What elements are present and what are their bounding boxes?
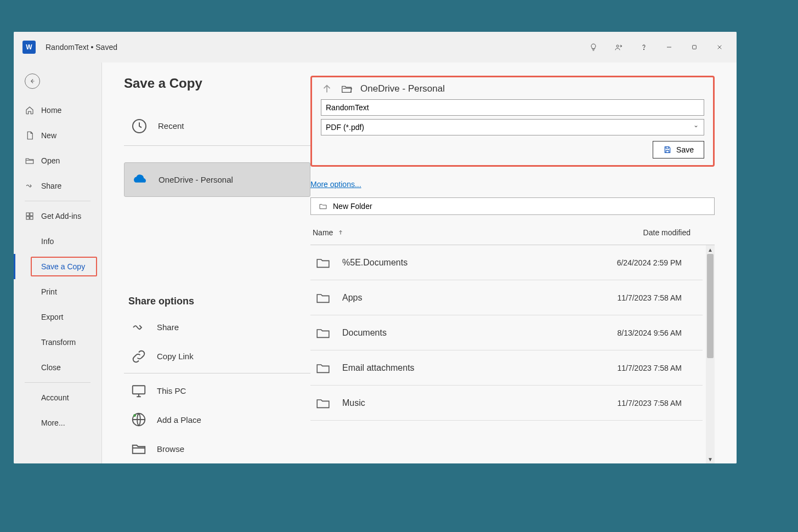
new-folder-button[interactable]: New Folder — [310, 197, 715, 215]
folder-date: 11/7/2023 7:58 AM — [617, 293, 682, 302]
titlebar: W RandomText • Saved — [14, 32, 737, 63]
backstage-sidebar: Home New Open Share Get Add-ins Info Sav… — [14, 63, 102, 463]
folder-row[interactable]: Apps11/7/2023 7:58 AM — [310, 280, 703, 315]
file-list-header: Name Date modified — [310, 228, 715, 245]
share-option-copy-link[interactable]: Copy Link — [124, 342, 310, 371]
lightbulb-icon[interactable] — [581, 36, 606, 58]
document-title: RandomText • Saved — [46, 43, 117, 52]
share-person-icon[interactable] — [606, 36, 631, 58]
location-this-pc[interactable]: This PC — [124, 376, 310, 405]
save-icon — [663, 145, 672, 154]
location-add-a-place[interactable]: Add a Place — [124, 405, 310, 434]
nav-close[interactable]: Close — [14, 355, 101, 380]
app-window: W RandomText • Saved Home New Open Share… — [14, 32, 737, 463]
filetype-select[interactable] — [321, 119, 704, 135]
more-options-link[interactable]: More options... — [310, 180, 715, 189]
nav-info[interactable]: Info — [14, 229, 101, 254]
column-name[interactable]: Name — [313, 228, 344, 237]
folder-date: 6/24/2024 2:59 PM — [617, 258, 682, 267]
scroll-up-icon[interactable]: ▲ — [706, 245, 715, 254]
folder-icon — [315, 291, 331, 304]
help-icon[interactable] — [631, 36, 656, 58]
svg-rect-11 — [133, 386, 145, 394]
content-area: Save a Copy Recent OneDrive - Personal S… — [102, 63, 737, 463]
nav-home[interactable]: Home — [14, 98, 101, 123]
folder-icon — [315, 326, 331, 339]
svg-rect-9 — [30, 217, 33, 219]
location-onedrive-personal[interactable]: OneDrive - Personal — [124, 162, 310, 197]
folder-icon — [319, 202, 327, 210]
filename-input[interactable] — [321, 99, 704, 116]
folder-date: 11/7/2023 7:58 AM — [617, 399, 682, 408]
svg-rect-3 — [693, 46, 697, 49]
scroll-down-icon[interactable]: ▼ — [706, 455, 715, 463]
folder-name: Email attachments — [342, 363, 415, 373]
folder-name: %5E.Documents — [342, 258, 408, 268]
close-button[interactable] — [707, 36, 732, 58]
folder-row[interactable]: %5E.Documents6/24/2024 2:59 PM — [310, 245, 703, 280]
nav-export[interactable]: Export — [14, 304, 101, 330]
folder-open-icon — [341, 83, 353, 95]
share-options-heading: Share options — [128, 296, 310, 307]
file-list: %5E.Documents6/24/2024 2:59 PMApps11/7/2… — [310, 245, 703, 463]
scrollbar[interactable]: ▲ ▼ — [706, 245, 715, 463]
folder-icon — [315, 361, 331, 375]
nav-new[interactable]: New — [14, 123, 101, 148]
maximize-button[interactable] — [682, 36, 707, 58]
folder-name: Apps — [342, 293, 362, 303]
nav-open[interactable]: Open — [14, 148, 101, 173]
column-date-modified[interactable]: Date modified — [643, 228, 691, 237]
svg-rect-6 — [26, 213, 29, 216]
back-button[interactable] — [25, 73, 40, 89]
page-title: Save a Copy — [124, 76, 310, 91]
folder-date: 8/13/2024 9:56 AM — [617, 329, 682, 337]
nav-get-addins[interactable]: Get Add-ins — [14, 203, 101, 229]
current-path: OneDrive - Personal — [360, 83, 445, 94]
minimize-button[interactable] — [656, 36, 682, 58]
location-browse[interactable]: Browse — [124, 434, 310, 463]
svg-point-1 — [643, 49, 644, 49]
onedrive-icon — [131, 171, 149, 189]
save-button[interactable]: Save — [653, 141, 704, 159]
location-recent[interactable]: Recent — [124, 109, 310, 143]
folder-row[interactable]: Email attachments11/7/2023 7:58 AM — [310, 350, 703, 386]
up-arrow-icon[interactable] — [321, 83, 333, 95]
nav-print[interactable]: Print — [14, 279, 101, 304]
svg-point-0 — [616, 45, 619, 47]
folder-name: Documents — [342, 328, 387, 338]
svg-rect-8 — [26, 217, 29, 219]
nav-account[interactable]: Account — [14, 385, 101, 410]
nav-share[interactable]: Share — [14, 173, 101, 199]
nav-more[interactable]: More... — [14, 410, 101, 435]
folder-row[interactable]: Music11/7/2023 7:58 AM — [310, 386, 703, 421]
save-details-panel: OneDrive - Personal Save — [310, 76, 715, 167]
folder-date: 11/7/2023 7:58 AM — [617, 364, 682, 372]
folder-name: Music — [342, 398, 365, 408]
scrollbar-thumb[interactable] — [707, 254, 714, 358]
nav-save-a-copy[interactable]: Save a Copy — [14, 254, 101, 279]
share-option-share[interactable]: Share — [124, 313, 310, 342]
word-app-icon: W — [22, 41, 36, 54]
folder-row[interactable]: Documents8/13/2024 9:56 AM — [310, 315, 703, 350]
svg-rect-7 — [30, 213, 33, 216]
sort-up-icon — [337, 229, 344, 236]
nav-transform[interactable]: Transform — [14, 330, 101, 355]
folder-icon — [315, 256, 331, 269]
folder-icon — [315, 397, 331, 410]
